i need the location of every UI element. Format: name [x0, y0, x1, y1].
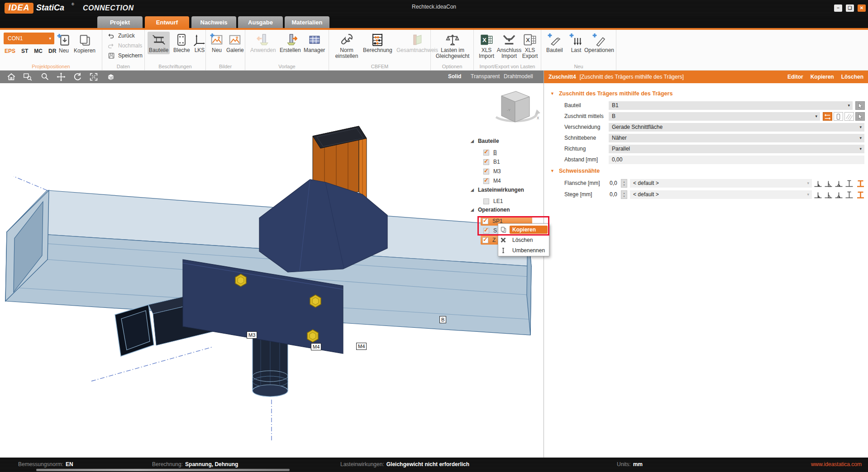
expander-icon[interactable]: ◢	[471, 208, 474, 212]
tree-item-zuschnitt[interactable]: ✓ Z	[481, 236, 499, 245]
tree-item-m4[interactable]: ✓ M4	[483, 176, 501, 185]
xls-export-button[interactable]: XLS Export	[521, 32, 539, 61]
cube-axis-x-label[interactable]: x	[537, 115, 539, 120]
connection-import-button[interactable]: Anschluss Import	[497, 32, 521, 61]
zuschnitt-mittels-select[interactable]: B▾	[609, 112, 820, 121]
status-units[interactable]: Units:mm	[617, 461, 643, 467]
zoom-window-icon[interactable]	[22, 72, 33, 82]
editor-button[interactable]: Editor	[787, 74, 803, 80]
stege-spinner[interactable]: ▴▾	[621, 190, 627, 199]
expander-icon[interactable]: ◢	[471, 139, 474, 143]
checkbox-unchecked[interactable]	[483, 198, 489, 204]
copy-operation-button[interactable]: Kopieren	[811, 74, 834, 80]
redo-button[interactable]: Nochmals	[108, 42, 142, 50]
tab-nachweis[interactable]: Nachweis	[191, 16, 236, 28]
new-operation-button[interactable]: Operationen	[583, 32, 615, 54]
website-link[interactable]: www.ideastatica.com	[811, 461, 862, 467]
tree-item-b1[interactable]: ✓ B1	[483, 157, 500, 166]
template-manager-button[interactable]: Manager	[302, 32, 326, 54]
flansche-value[interactable]: 0,0	[610, 180, 617, 186]
tree-group-operationen[interactable]: ◢ Operationen	[471, 207, 510, 213]
flansche-weld-type-2[interactable]	[824, 179, 833, 188]
loads-equilibrium-button[interactable]: Lasten im Gleichgewicht	[434, 32, 471, 61]
navigation-cube[interactable]: -Y	[496, 91, 540, 122]
new-member-button[interactable]: Bauteil	[545, 32, 564, 54]
section-header-welds[interactable]: ▼ Schweissnähte	[550, 168, 600, 174]
tab-entwurf[interactable]: Entwurf	[145, 16, 189, 28]
maximize-button[interactable]: ❏	[846, 5, 854, 12]
member-m4[interactable]	[253, 336, 288, 396]
undo-button[interactable]: Zurück	[108, 32, 135, 40]
stege-default-select[interactable]: < default >▾	[630, 190, 812, 199]
zoom-icon[interactable]	[39, 72, 51, 82]
code-eps[interactable]: EPS	[5, 48, 15, 54]
menu-item-loeschen[interactable]: Löschen	[499, 235, 548, 245]
tree-group-lasteinwirkungen[interactable]: ◢ Lasteinwirkungen	[471, 187, 524, 193]
richtung-select[interactable]: Parallel▾	[609, 145, 864, 153]
tab-ausgabe[interactable]: Ausgabe	[238, 16, 283, 28]
solid-box-icon[interactable]	[105, 72, 117, 82]
cut-by-plate-toggle[interactable]	[834, 112, 843, 121]
checkbox-checked[interactable]: ✓	[483, 178, 489, 184]
cut-by-member-toggle[interactable]	[823, 112, 832, 121]
stege-value[interactable]: 0,0	[610, 191, 617, 198]
code-mc[interactable]: MC	[34, 48, 43, 54]
flansche-weld-type-1[interactable]	[813, 179, 823, 188]
stege-weld-type-4[interactable]	[844, 190, 854, 199]
home-view-icon[interactable]	[5, 72, 17, 82]
verschneidung-select[interactable]: Gerade Schnittfläche▾	[609, 123, 864, 132]
status-design-code[interactable]: Bemessungsnorm:EN	[18, 461, 73, 467]
menu-item-kopieren[interactable]: Kopieren	[499, 224, 548, 235]
tree-group-bauteile[interactable]: ◢ Bauteile	[471, 138, 499, 144]
expander-icon[interactable]: ◢	[471, 188, 474, 192]
stege-weld-type-selected[interactable]	[856, 190, 865, 199]
status-analysis-type[interactable]: Berechnung:Spannung, Dehnung	[152, 461, 238, 467]
view-mode-transparent[interactable]: Transparent	[471, 73, 500, 80]
tree-item-b[interactable]: ✓ B	[483, 148, 497, 157]
checkbox-checked[interactable]: ✓	[483, 169, 489, 175]
code-st[interactable]: ST	[21, 48, 28, 54]
view-mode-wireframe[interactable]: Drahtmodell	[504, 73, 533, 80]
3d-scene[interactable]: -Y	[0, 83, 544, 458]
flansche-weld-type-4[interactable]	[844, 179, 854, 188]
cut-by-surface-toggle[interactable]	[844, 112, 854, 121]
delete-operation-button[interactable]: Löschen	[841, 74, 863, 80]
checkbox-checked[interactable]: ✓	[483, 159, 489, 165]
labels-plates-button[interactable]: Bleche	[172, 32, 191, 54]
close-button[interactable]: ✕	[858, 5, 866, 12]
tree-item-le1[interactable]: LE1	[483, 197, 503, 206]
stege-weld-type-1[interactable]	[813, 190, 823, 199]
zoom-fit-icon[interactable]	[88, 72, 100, 82]
collapse-icon[interactable]: ▼	[550, 169, 554, 173]
tab-materialien[interactable]: Materialien	[285, 16, 329, 28]
checkbox-checked[interactable]: ✓	[482, 237, 488, 243]
picture-new-button[interactable]: Neu	[208, 32, 225, 54]
flansche-weld-type-selected[interactable]	[856, 179, 865, 188]
tree-item-sp2[interactable]: ✓ S	[483, 226, 497, 235]
bauteil-select[interactable]: B1▾	[609, 101, 853, 110]
pan-icon[interactable]	[55, 72, 67, 82]
labels-members-button[interactable]: Bauteile	[148, 32, 170, 54]
rotate-icon[interactable]	[72, 72, 83, 82]
minimize-button[interactable]: –	[834, 5, 842, 12]
save-button[interactable]: Speichern	[108, 52, 143, 60]
stege-weld-type-3[interactable]	[834, 190, 844, 199]
stege-weld-type-2[interactable]	[824, 190, 833, 199]
xls-import-button[interactable]: XLS Import	[477, 32, 496, 61]
tab-projekt[interactable]: Projekt	[97, 16, 143, 28]
checkbox-checked[interactable]: ✓	[483, 228, 489, 234]
copy-position-button[interactable]: Kopieren	[72, 32, 97, 55]
tree-item-m3[interactable]: ✓ M3	[483, 167, 501, 176]
checkbox-checked[interactable]: ✓	[483, 150, 489, 156]
status-load-effects[interactable]: Lasteinwirkungen:Gleichgewicht nicht erf…	[340, 461, 469, 467]
flansche-default-select[interactable]: < default >▾	[630, 179, 812, 188]
template-apply-button[interactable]: Anwenden	[249, 32, 277, 54]
section-header-cut[interactable]: ▼ Zuschnitt des Trägers mithilfe des Trä…	[550, 90, 672, 97]
checkbox-checked[interactable]: ✓	[482, 218, 488, 224]
collapse-icon[interactable]: ▼	[550, 91, 554, 96]
menu-item-umbenennen[interactable]: Umbenennen	[499, 245, 548, 255]
template-create-button[interactable]: Erstellen	[278, 32, 302, 54]
picture-gallery-button[interactable]: Galerie	[225, 32, 245, 54]
view-mode-solid[interactable]: Solid	[448, 73, 461, 80]
flansche-spinner[interactable]: ▴▾	[621, 179, 627, 188]
